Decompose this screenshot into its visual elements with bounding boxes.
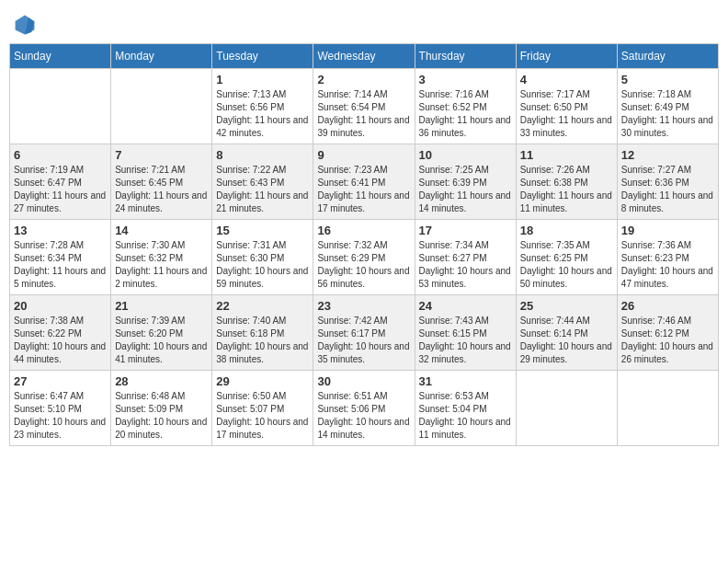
day-info: Sunrise: 7:30 AM Sunset: 6:32 PM Dayligh…: [115, 239, 208, 291]
day-number: 10: [419, 148, 512, 162]
calendar-cell: 24Sunrise: 7:43 AM Sunset: 6:15 PM Dayli…: [415, 295, 516, 371]
calendar-cell: 27Sunrise: 6:47 AM Sunset: 5:10 PM Dayli…: [10, 371, 111, 446]
day-info: Sunrise: 7:26 AM Sunset: 6:38 PM Dayligh…: [520, 164, 613, 215]
day-number: 20: [14, 299, 107, 313]
day-info: Sunrise: 7:17 AM Sunset: 6:50 PM Dayligh…: [520, 88, 613, 140]
calendar-cell: 29Sunrise: 6:50 AM Sunset: 5:07 PM Dayli…: [212, 371, 313, 446]
day-number: 2: [317, 73, 410, 86]
calendar-cell: [111, 69, 212, 144]
day-info: Sunrise: 7:19 AM Sunset: 6:47 PM Dayligh…: [14, 164, 107, 215]
calendar-cell: [516, 371, 617, 446]
day-number: 30: [317, 374, 410, 388]
calendar-cell: 26Sunrise: 7:46 AM Sunset: 6:12 PM Dayli…: [617, 295, 718, 371]
day-number: 14: [115, 224, 208, 237]
calendar-cell: 22Sunrise: 7:40 AM Sunset: 6:18 PM Dayli…: [212, 295, 313, 371]
week-row-5: 27Sunrise: 6:47 AM Sunset: 5:10 PM Dayli…: [10, 371, 719, 446]
day-info: Sunrise: 6:47 AM Sunset: 5:10 PM Dayligh…: [14, 390, 107, 442]
day-header-tuesday: Tuesday: [212, 44, 313, 69]
day-number: 18: [520, 224, 613, 237]
day-number: 19: [621, 224, 714, 237]
calendar-cell: 5Sunrise: 7:18 AM Sunset: 6:49 PM Daylig…: [617, 69, 718, 144]
calendar-cell: [10, 69, 111, 144]
day-info: Sunrise: 7:13 AM Sunset: 6:56 PM Dayligh…: [216, 88, 309, 140]
calendar-cell: 20Sunrise: 7:38 AM Sunset: 6:22 PM Dayli…: [10, 295, 111, 371]
day-info: Sunrise: 7:40 AM Sunset: 6:18 PM Dayligh…: [216, 315, 309, 366]
calendar-cell: 3Sunrise: 7:16 AM Sunset: 6:52 PM Daylig…: [415, 69, 516, 144]
day-info: Sunrise: 7:35 AM Sunset: 6:25 PM Dayligh…: [520, 239, 613, 291]
calendar-cell: 8Sunrise: 7:22 AM Sunset: 6:43 PM Daylig…: [212, 144, 313, 220]
day-info: Sunrise: 6:48 AM Sunset: 5:09 PM Dayligh…: [115, 390, 208, 442]
calendar-cell: 12Sunrise: 7:27 AM Sunset: 6:36 PM Dayli…: [617, 144, 718, 220]
day-number: 12: [621, 148, 714, 162]
day-info: Sunrise: 6:53 AM Sunset: 5:04 PM Dayligh…: [419, 390, 512, 442]
day-info: Sunrise: 7:28 AM Sunset: 6:34 PM Dayligh…: [14, 239, 107, 291]
header-row: SundayMondayTuesdayWednesdayThursdayFrid…: [10, 44, 719, 69]
day-header-saturday: Saturday: [617, 44, 718, 69]
week-row-2: 6Sunrise: 7:19 AM Sunset: 6:47 PM Daylig…: [10, 144, 719, 220]
calendar-cell: 21Sunrise: 7:39 AM Sunset: 6:20 PM Dayli…: [111, 295, 212, 371]
day-info: Sunrise: 6:51 AM Sunset: 5:06 PM Dayligh…: [317, 390, 410, 442]
calendar-cell: 31Sunrise: 6:53 AM Sunset: 5:04 PM Dayli…: [415, 371, 516, 446]
day-info: Sunrise: 7:31 AM Sunset: 6:30 PM Dayligh…: [216, 239, 309, 291]
calendar-cell: 2Sunrise: 7:14 AM Sunset: 6:54 PM Daylig…: [313, 69, 415, 144]
day-info: Sunrise: 7:18 AM Sunset: 6:49 PM Dayligh…: [621, 88, 714, 140]
logo-icon: [14, 14, 36, 36]
calendar-cell: 7Sunrise: 7:21 AM Sunset: 6:45 PM Daylig…: [111, 144, 212, 220]
day-number: 9: [317, 148, 410, 162]
calendar-cell: 14Sunrise: 7:30 AM Sunset: 6:32 PM Dayli…: [111, 220, 212, 295]
day-info: Sunrise: 7:23 AM Sunset: 6:41 PM Dayligh…: [317, 164, 410, 215]
day-number: 7: [115, 148, 208, 162]
calendar-cell: 25Sunrise: 7:44 AM Sunset: 6:14 PM Dayli…: [516, 295, 617, 371]
calendar-cell: 13Sunrise: 7:28 AM Sunset: 6:34 PM Dayli…: [10, 220, 111, 295]
day-info: Sunrise: 7:38 AM Sunset: 6:22 PM Dayligh…: [14, 315, 107, 366]
calendar-cell: 23Sunrise: 7:42 AM Sunset: 6:17 PM Dayli…: [313, 295, 415, 371]
day-info: Sunrise: 7:34 AM Sunset: 6:27 PM Dayligh…: [419, 239, 512, 291]
day-header-thursday: Thursday: [415, 44, 516, 69]
calendar-cell: 15Sunrise: 7:31 AM Sunset: 6:30 PM Dayli…: [212, 220, 313, 295]
day-header-monday: Monday: [111, 44, 212, 69]
calendar-cell: 4Sunrise: 7:17 AM Sunset: 6:50 PM Daylig…: [516, 69, 617, 144]
day-info: Sunrise: 7:43 AM Sunset: 6:15 PM Dayligh…: [419, 315, 512, 366]
calendar-table: SundayMondayTuesdayWednesdayThursdayFrid…: [9, 43, 719, 446]
day-number: 4: [520, 73, 613, 86]
calendar-cell: 17Sunrise: 7:34 AM Sunset: 6:27 PM Dayli…: [415, 220, 516, 295]
day-number: 28: [115, 374, 208, 388]
day-info: Sunrise: 7:25 AM Sunset: 6:39 PM Dayligh…: [419, 164, 512, 215]
calendar-cell: 9Sunrise: 7:23 AM Sunset: 6:41 PM Daylig…: [313, 144, 415, 220]
day-info: Sunrise: 7:21 AM Sunset: 6:45 PM Dayligh…: [115, 164, 208, 215]
day-info: Sunrise: 7:32 AM Sunset: 6:29 PM Dayligh…: [317, 239, 410, 291]
day-number: 25: [520, 299, 613, 313]
calendar-cell: 28Sunrise: 6:48 AM Sunset: 5:09 PM Dayli…: [111, 371, 212, 446]
day-info: Sunrise: 7:16 AM Sunset: 6:52 PM Dayligh…: [419, 88, 512, 140]
page-header: [9, 9, 719, 36]
day-number: 27: [14, 374, 107, 388]
day-number: 11: [520, 148, 613, 162]
day-info: Sunrise: 7:22 AM Sunset: 6:43 PM Dayligh…: [216, 164, 309, 215]
day-header-friday: Friday: [516, 44, 617, 69]
calendar-cell: 18Sunrise: 7:35 AM Sunset: 6:25 PM Dayli…: [516, 220, 617, 295]
day-number: 29: [216, 374, 309, 388]
week-row-3: 13Sunrise: 7:28 AM Sunset: 6:34 PM Dayli…: [10, 220, 719, 295]
day-number: 8: [216, 148, 309, 162]
day-number: 21: [115, 299, 208, 313]
day-header-wednesday: Wednesday: [313, 44, 415, 69]
calendar-cell: 11Sunrise: 7:26 AM Sunset: 6:38 PM Dayli…: [516, 144, 617, 220]
day-number: 3: [419, 73, 512, 86]
day-number: 15: [216, 224, 309, 237]
day-number: 22: [216, 299, 309, 313]
day-info: Sunrise: 6:50 AM Sunset: 5:07 PM Dayligh…: [216, 390, 309, 442]
calendar-cell: 16Sunrise: 7:32 AM Sunset: 6:29 PM Dayli…: [313, 220, 415, 295]
day-info: Sunrise: 7:39 AM Sunset: 6:20 PM Dayligh…: [115, 315, 208, 366]
week-row-4: 20Sunrise: 7:38 AM Sunset: 6:22 PM Dayli…: [10, 295, 719, 371]
logo: [14, 14, 40, 36]
calendar-cell: 1Sunrise: 7:13 AM Sunset: 6:56 PM Daylig…: [212, 69, 313, 144]
calendar-cell: 19Sunrise: 7:36 AM Sunset: 6:23 PM Dayli…: [617, 220, 718, 295]
day-info: Sunrise: 7:44 AM Sunset: 6:14 PM Dayligh…: [520, 315, 613, 366]
calendar-cell: 10Sunrise: 7:25 AM Sunset: 6:39 PM Dayli…: [415, 144, 516, 220]
calendar-cell: [617, 371, 718, 446]
day-number: 6: [14, 148, 107, 162]
day-info: Sunrise: 7:46 AM Sunset: 6:12 PM Dayligh…: [621, 315, 714, 366]
day-number: 26: [621, 299, 714, 313]
calendar-cell: 6Sunrise: 7:19 AM Sunset: 6:47 PM Daylig…: [10, 144, 111, 220]
day-number: 17: [419, 224, 512, 237]
